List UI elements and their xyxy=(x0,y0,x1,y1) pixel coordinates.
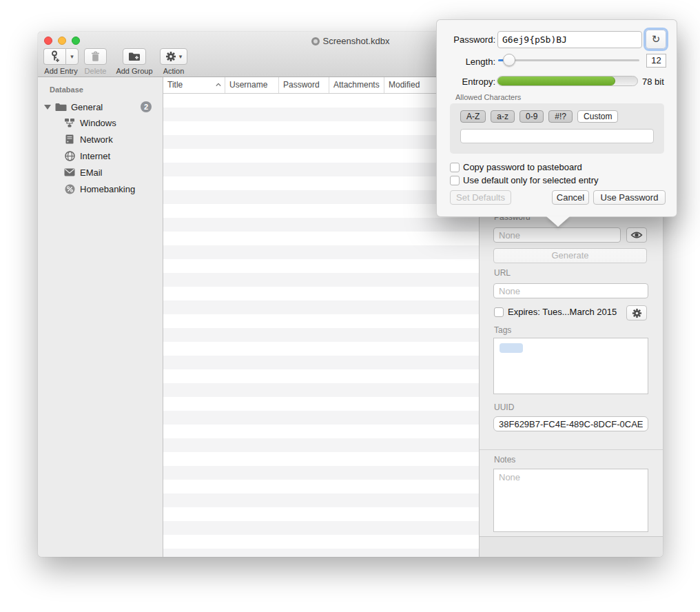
password-input[interactable] xyxy=(493,227,621,243)
add-group-button[interactable] xyxy=(123,48,146,65)
length-value-field[interactable]: 12 xyxy=(646,54,666,68)
length-label: Length: xyxy=(437,57,495,67)
sidebar-item-label: Windows xyxy=(80,118,116,128)
table-body[interactable] xyxy=(163,94,479,557)
action-label: Action xyxy=(159,67,188,75)
gear-icon xyxy=(632,308,642,318)
entropy-value: 78 bit xyxy=(642,76,664,87)
set-defaults-button[interactable]: Set Defaults xyxy=(450,190,511,205)
divider xyxy=(480,449,663,450)
column-header-password[interactable]: Password xyxy=(279,77,329,93)
column-header-attachments[interactable]: Attachments xyxy=(329,77,384,93)
use-default-checkbox[interactable] xyxy=(450,176,460,185)
custom-characters-input[interactable] xyxy=(460,129,654,143)
inspector-footer xyxy=(480,536,663,557)
chevron-down-icon: ▾ xyxy=(179,53,183,60)
sidebar-item-windows[interactable]: Windows xyxy=(38,114,163,131)
trash-icon xyxy=(91,51,100,62)
notes-textarea[interactable] xyxy=(493,469,648,532)
entropy-label: Entropy: xyxy=(437,76,495,87)
toggle-uppercase[interactable]: A-Z xyxy=(460,110,486,123)
toolbar-add-group: Add Group xyxy=(113,48,156,75)
folder-plus-icon xyxy=(128,52,141,61)
sidebar-item-general[interactable]: General 2 xyxy=(38,99,163,114)
sidebar-item-label: Internet xyxy=(80,151,110,161)
sidebar-section-header: Database xyxy=(50,85,163,94)
globe-icon xyxy=(64,151,75,161)
server-icon xyxy=(64,134,75,144)
delete-label: Delete xyxy=(84,67,107,75)
column-header-title[interactable]: Title xyxy=(163,77,225,93)
toggle-digits[interactable]: 0-9 xyxy=(519,110,544,123)
regenerate-button[interactable]: ↻ xyxy=(646,30,666,49)
password-generator-popover: Password: ↻ Length: 12 Entropy: 78 bit A… xyxy=(436,19,677,217)
reveal-password-button[interactable] xyxy=(626,227,647,243)
workgroup-icon xyxy=(64,118,75,127)
sidebar-item-label: General xyxy=(71,102,103,112)
sidebar-item-internet[interactable]: Internet xyxy=(38,147,163,164)
gear-icon xyxy=(165,51,176,62)
refresh-icon: ↻ xyxy=(652,33,661,45)
action-button[interactable]: ▾ xyxy=(160,48,187,65)
delete-button[interactable] xyxy=(84,48,107,65)
allowed-characters-box: A-Z a-z 0-9 #!? Custom xyxy=(450,103,664,154)
tag-token[interactable] xyxy=(500,343,523,353)
tags-label: Tags xyxy=(494,325,511,335)
length-slider[interactable] xyxy=(498,54,639,67)
uuid-field[interactable] xyxy=(493,416,648,431)
sidebar-item-email[interactable]: EMail xyxy=(38,164,163,181)
toolbar-action: ▾ Action xyxy=(159,48,188,75)
disclosure-triangle-icon[interactable] xyxy=(44,105,51,110)
sidebar-item-homebanking[interactable]: Homebanking xyxy=(38,181,163,197)
copy-password-row: Copy password to pasteboard xyxy=(450,162,582,172)
add-entry-button[interactable] xyxy=(43,48,65,65)
window-title-text: Screenshot.kdbx xyxy=(323,36,390,46)
toolbar-add-entry: ▾ Add Entry xyxy=(43,48,79,75)
character-class-toggles: A-Z a-z 0-9 #!? Custom xyxy=(460,110,618,123)
add-entry-dropdown[interactable]: ▾ xyxy=(65,48,79,65)
sidebar-item-network[interactable]: Network xyxy=(38,131,163,147)
url-label: URL xyxy=(494,268,511,278)
toggle-lowercase[interactable]: a-z xyxy=(491,110,515,123)
expires-label: Expires: Tues...March 2015 xyxy=(508,307,617,317)
length-slider-thumb[interactable] xyxy=(503,54,515,66)
tags-field[interactable] xyxy=(493,338,648,394)
entropy-fill xyxy=(497,76,615,85)
entropy-bar xyxy=(497,76,638,86)
generate-button[interactable]: Generate xyxy=(493,248,647,263)
percent-circle-icon xyxy=(64,184,75,194)
use-default-row: Use default only for selected entry xyxy=(450,175,599,185)
column-header-username[interactable]: Username xyxy=(225,77,279,93)
eye-icon xyxy=(630,231,643,239)
sidebar-item-label: Homebanking xyxy=(80,184,135,194)
url-input[interactable] xyxy=(493,283,648,298)
entry-table: Title Username Password Attachments Modi… xyxy=(163,77,479,557)
toggle-custom[interactable]: Custom xyxy=(577,110,618,123)
use-default-label: Use default only for selected entry xyxy=(463,175,599,185)
table-header: Title Username Password Attachments Modi… xyxy=(163,77,479,94)
uuid-label: UUID xyxy=(494,402,514,412)
key-plus-icon xyxy=(50,50,60,63)
expires-checkbox[interactable] xyxy=(494,307,504,317)
cancel-button[interactable]: Cancel xyxy=(552,190,589,205)
add-entry-label: Add Entry xyxy=(43,67,79,75)
allowed-characters-label: Allowed Characters xyxy=(455,93,521,101)
sort-ascending-icon xyxy=(216,82,221,88)
copy-password-checkbox[interactable] xyxy=(450,163,460,172)
folder-icon xyxy=(55,103,67,112)
sidebar: Database General 2 Windows xyxy=(38,77,163,557)
slider-track[interactable] xyxy=(498,59,639,61)
entry-count-badge: 2 xyxy=(141,101,152,112)
notes-label: Notes xyxy=(494,455,515,465)
popover-password-label: Password: xyxy=(437,34,495,45)
use-password-button[interactable]: Use Password xyxy=(593,190,666,205)
copy-password-label: Copy password to pasteboard xyxy=(463,162,582,172)
expires-settings-button[interactable] xyxy=(626,305,647,320)
generated-password-input[interactable] xyxy=(497,31,642,48)
envelope-icon xyxy=(64,168,75,176)
popover-arrow xyxy=(546,216,570,227)
add-group-label: Add Group xyxy=(113,67,156,75)
sidebar-item-label: EMail xyxy=(80,167,103,178)
sidebar-item-label: Network xyxy=(80,134,113,145)
toggle-symbols[interactable]: #!? xyxy=(548,110,573,123)
